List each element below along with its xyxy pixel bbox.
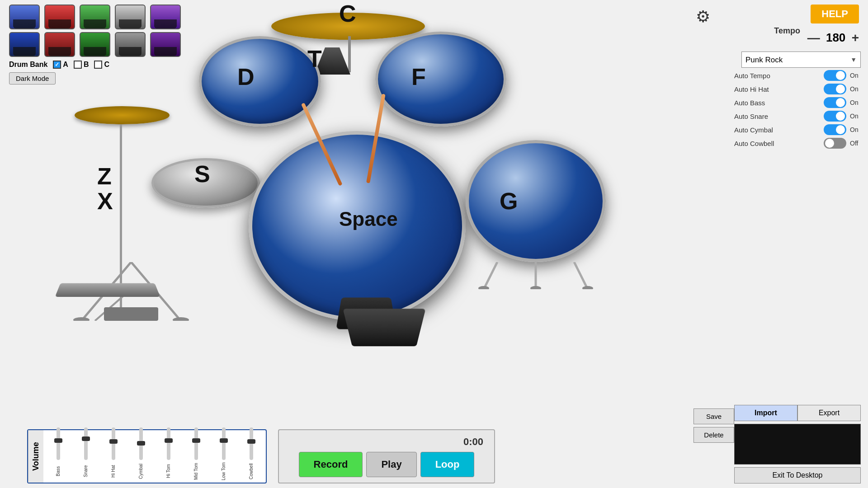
fader-track-snare[interactable] xyxy=(84,427,88,460)
fader-thumb-cowbell[interactable] xyxy=(247,439,255,444)
fader-thumb-snare[interactable] xyxy=(82,436,90,441)
time-display: 0:00 xyxy=(463,436,483,448)
fader-thumb-lowtom[interactable] xyxy=(220,438,228,443)
crash-cymbal[interactable] xyxy=(271,13,425,40)
auto-tempo-label: Auto Tempo xyxy=(734,72,770,80)
fader-track-bass[interactable] xyxy=(57,427,60,460)
fader-name-midtom: Mid Tom xyxy=(193,462,198,481)
svg-point-10 xyxy=(582,286,593,289)
help-button[interactable]: HELP xyxy=(811,5,859,23)
gear-button[interactable]: ⚙ xyxy=(692,5,714,28)
tempo-plus-button[interactable]: + xyxy=(852,32,859,44)
fader-thumb-hihat[interactable] xyxy=(109,439,118,444)
fader-track-hihat[interactable] xyxy=(112,427,115,460)
toggle-row-auto-cowbell: Auto Cowbell Off xyxy=(734,138,861,149)
svg-point-3 xyxy=(73,317,90,321)
tempo-label: Tempo xyxy=(774,26,800,36)
fader-thumb-hitom[interactable] xyxy=(165,438,173,443)
toggle-row-auto-hihat: Auto Hi Hat On xyxy=(734,84,861,94)
auto-bass-label: Auto Bass xyxy=(734,99,765,107)
auto-cowbell-toggle[interactable] xyxy=(824,138,846,149)
volume-label: Volume xyxy=(28,430,43,483)
preset-select[interactable]: Punk Rock Jazz Rock Hip Hop Latin xyxy=(742,54,850,66)
fader-thumb-bass[interactable] xyxy=(54,438,62,443)
fader-thumb-midtom[interactable] xyxy=(192,438,200,443)
auto-snare-label: Auto Snare xyxy=(734,113,768,120)
svg-point-4 xyxy=(173,317,189,321)
tom-d-drum[interactable] xyxy=(199,36,321,127)
floor-tom-drum[interactable] xyxy=(466,140,606,262)
floor-tom-legs-svg xyxy=(470,262,601,289)
svg-line-6 xyxy=(484,262,497,289)
tempo-value: 180 xyxy=(825,31,847,45)
auto-cymbal-label: Auto Cymbal xyxy=(734,126,773,134)
fader-track-midtom[interactable] xyxy=(194,427,198,460)
gear-icon: ⚙ xyxy=(696,7,710,26)
fader-hihat: Hi Hat xyxy=(100,427,126,481)
auto-cymbal-toggle[interactable] xyxy=(824,124,846,135)
fader-thumb-cymbal[interactable] xyxy=(137,441,145,446)
fader-name-cowbell: Cowbell xyxy=(249,462,254,481)
export-button[interactable]: Export xyxy=(797,405,861,421)
cymbal-stand xyxy=(348,36,351,72)
fader-snare: Snare xyxy=(73,427,99,481)
fader-name-snare: Snare xyxy=(83,462,88,481)
tom-f-drum[interactable] xyxy=(375,32,506,127)
auto-hihat-toggle[interactable] xyxy=(824,84,846,94)
toggle-row-auto-cymbal: Auto Cymbal On xyxy=(734,124,861,135)
record-button[interactable]: Record xyxy=(299,452,363,477)
save-delete-panel: Save Delete xyxy=(693,408,734,443)
delete-button[interactable]: Delete xyxy=(693,427,734,443)
bass-pedal-footplate xyxy=(343,309,425,346)
exit-to-desktop-button[interactable]: Exit To Desktop xyxy=(734,467,861,483)
toggle-row-auto-tempo: Auto Tempo On xyxy=(734,70,861,81)
fader-track-hitom[interactable] xyxy=(167,427,170,460)
svg-point-9 xyxy=(478,286,489,289)
play-button[interactable]: Play xyxy=(366,452,416,477)
fader-name-hihat: Hi Hat xyxy=(111,462,116,481)
ie-buttons-row: Import Export xyxy=(734,405,861,421)
transport-panel: 0:00 Record Play Loop xyxy=(278,429,495,483)
auto-snare-state: On xyxy=(850,113,861,120)
tempo-control: — 180 + xyxy=(807,31,859,45)
hihat-cymbal[interactable] xyxy=(75,106,170,124)
toggle-row-auto-snare: Auto Snare On xyxy=(734,111,861,122)
auto-tempo-toggle[interactable] xyxy=(824,70,846,81)
hihat-foot-plate xyxy=(55,283,160,297)
tempo-minus-button[interactable]: — xyxy=(807,32,820,44)
chevron-down-icon: ▼ xyxy=(850,56,860,63)
fader-cowbell: Cowbell xyxy=(238,427,264,481)
save-button[interactable]: Save xyxy=(693,408,734,424)
auto-cowbell-label: Auto Cowbell xyxy=(734,140,774,147)
toggle-row-auto-bass: Auto Bass On xyxy=(734,97,861,108)
preset-dropdown-wrapper: Punk Rock Jazz Rock Hip Hop Latin ▼ xyxy=(741,52,861,68)
svg-rect-5 xyxy=(104,307,158,321)
volume-panel: Volume Bass Snare Hi Hat Cymbal xyxy=(27,429,267,483)
bass-drum[interactable] xyxy=(249,131,466,321)
drum-kit: C T D F Z X S Space G xyxy=(32,0,552,325)
fader-name-bass: Bass xyxy=(56,462,61,481)
auto-hihat-label: Auto Hi Hat xyxy=(734,85,769,93)
fader-track-lowtom[interactable] xyxy=(222,427,226,460)
fader-track-cymbal[interactable] xyxy=(139,427,143,460)
fader-cymbal: Cymbal xyxy=(128,427,154,481)
snare-drum[interactable] xyxy=(151,158,260,208)
auto-tempo-state: On xyxy=(850,72,861,79)
fader-name-cymbal: Cymbal xyxy=(138,462,143,481)
auto-bass-state: On xyxy=(850,99,861,106)
cymbal-mount xyxy=(314,47,350,75)
fader-track-cowbell[interactable] xyxy=(250,427,253,460)
import-button[interactable]: Import xyxy=(734,405,797,421)
fader-lowtom: Low Tom xyxy=(211,427,236,481)
auto-snare-toggle[interactable] xyxy=(824,111,846,122)
svg-line-7 xyxy=(574,262,588,289)
auto-cymbal-state: On xyxy=(850,126,861,133)
display-screen xyxy=(734,424,861,465)
fader-hitom: Hi Tom xyxy=(156,427,181,481)
fader-name-hitom: Hi Tom xyxy=(166,462,171,481)
fader-bass: Bass xyxy=(45,427,71,481)
loop-button[interactable]: Loop xyxy=(420,452,475,477)
fader-name-lowtom: Low Tom xyxy=(221,462,226,481)
auto-bass-toggle[interactable] xyxy=(824,97,846,108)
toggles-panel: Auto Tempo On Auto Hi Hat On Auto Bass O… xyxy=(734,70,861,151)
